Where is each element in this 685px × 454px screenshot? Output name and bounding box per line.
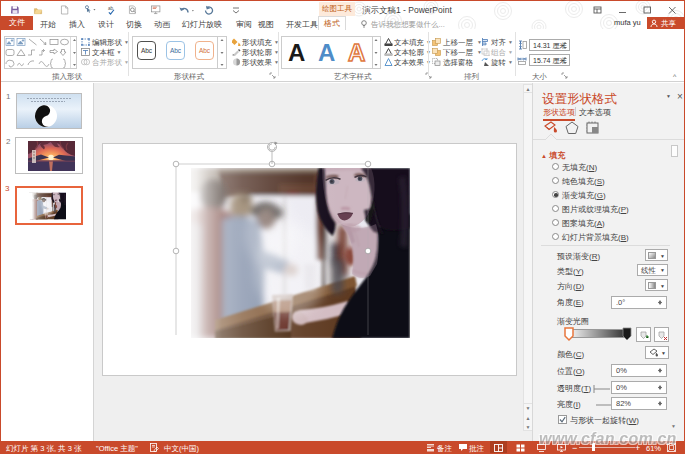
svg-text:ab: ab	[108, 6, 114, 11]
